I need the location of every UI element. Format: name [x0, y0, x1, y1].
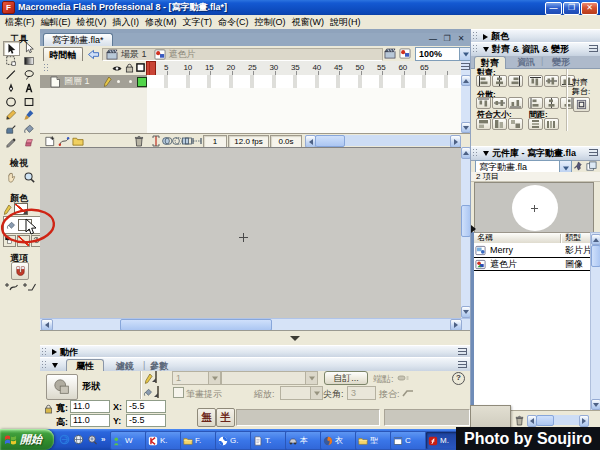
line-tool[interactable] [3, 68, 20, 81]
document-restore-button[interactable]: ❐ [441, 34, 453, 44]
taskbar-task-F[interactable]: F. [180, 431, 217, 450]
library-hscroll-thumb[interactable] [536, 415, 554, 426]
stroke-hinting-checkbox[interactable] [173, 387, 184, 398]
taskbar-task-[interactable]: 衣 [320, 431, 357, 450]
pen-tool[interactable] [3, 82, 20, 95]
distribute-left-button[interactable] [528, 97, 543, 109]
minimize-button[interactable]: — [545, 2, 562, 15]
align-top-button[interactable] [528, 75, 543, 87]
fill-color-control[interactable] [3, 216, 41, 234]
taskbar-task-W[interactable]: W [110, 431, 147, 450]
playhead[interactable] [146, 61, 156, 76]
stroke-style-combo[interactable] [221, 371, 318, 385]
timeline-vertical-scrollbar[interactable] [461, 61, 470, 133]
camera-icon[interactable] [87, 434, 98, 445]
document-close-button[interactable]: ✕ [455, 34, 467, 44]
hand-tool[interactable] [3, 170, 20, 185]
timeline-ruler[interactable]: 5101520253035404550556065 [147, 61, 461, 76]
oval-tool[interactable] [3, 95, 20, 108]
menu-檢視V[interactable]: 檢視(V) [74, 15, 110, 30]
timeline-hscroll-thumb[interactable] [315, 135, 345, 147]
taskbar-task-T[interactable]: T. [250, 431, 287, 450]
no-color-button[interactable] [17, 235, 30, 247]
x-input[interactable]: -5.5 [126, 400, 166, 413]
color-panel-expand-icon[interactable] [483, 34, 488, 40]
ime-toolbar-box[interactable] [470, 405, 511, 429]
library-panel-header[interactable]: 元件庫 - 寫字動畫.fla [471, 146, 600, 161]
timeline-horizontal-scrollbar[interactable] [305, 135, 461, 146]
maximize-button[interactable]: ❐ [563, 2, 580, 15]
library-scroll-down-button[interactable] [591, 399, 600, 410]
internet-explorer-icon[interactable] [59, 434, 70, 445]
lasso-tool[interactable] [21, 68, 38, 81]
collapse-arrow-icon[interactable] [290, 336, 300, 341]
taskbar-task-K[interactable]: K. [145, 431, 182, 450]
actions-options-icon[interactable] [458, 348, 467, 355]
library-item-Merry[interactable]: Merry影片片段 [472, 243, 591, 257]
align-right-button[interactable] [508, 75, 523, 87]
custom-stroke-button[interactable]: 自訂... [324, 371, 368, 385]
props-fill-color-swatch[interactable] [157, 386, 159, 398]
actions-expand-icon[interactable] [52, 349, 57, 355]
cap-style-icon[interactable] [397, 374, 409, 382]
library-scroll-up-button[interactable] [591, 234, 600, 245]
edited-symbol-name[interactable]: 遮色片 [169, 48, 196, 61]
paint-bucket-tool[interactable] [21, 123, 38, 136]
layer-row[interactable]: 圖層 1 [40, 75, 147, 89]
ime-mode-button[interactable]: 無 [197, 408, 216, 427]
layer-visibility-dot[interactable] [117, 80, 120, 83]
library-vscroll-thumb[interactable] [591, 245, 600, 267]
type-column-header[interactable]: 類型 [565, 233, 581, 243]
align-panel-options-icon[interactable] [589, 45, 598, 52]
menu-修改M[interactable]: 修改(M) [142, 15, 180, 30]
delete-layer-icon[interactable] [133, 135, 145, 147]
back-arrow-icon[interactable] [87, 49, 100, 60]
match-width-height-button[interactable] [508, 118, 523, 130]
library-collapse-icon[interactable] [483, 151, 489, 156]
text-tool[interactable] [21, 82, 38, 95]
align-horizontal-center-button[interactable] [492, 75, 507, 87]
brush-tool[interactable] [21, 109, 38, 122]
ink-bottle-tool[interactable] [3, 123, 20, 136]
library-vertical-scrollbar[interactable] [590, 232, 600, 412]
edit-symbol-icon[interactable] [399, 48, 411, 59]
document-minimize-button[interactable]: — [427, 34, 439, 44]
taskbar-task-[interactable]: 本 [285, 431, 322, 450]
quick-launch-overflow-chevron[interactable]: » [101, 435, 105, 444]
distribute-vertical-center-button[interactable] [492, 97, 507, 109]
timeline-options-icon[interactable] [461, 63, 470, 70]
smooth-option[interactable] [3, 279, 20, 294]
props-stroke-color-swatch[interactable] [155, 371, 157, 383]
taskbar-task-G[interactable]: G. [215, 431, 252, 450]
help-icon[interactable]: ? [452, 372, 465, 385]
name-column-header[interactable]: 名稱 [472, 233, 493, 242]
rectangle-tool[interactable] [21, 95, 38, 108]
document-tab[interactable]: 寫字動畫.fla* [43, 33, 113, 46]
stroke-height-combo[interactable]: 1 [172, 371, 221, 385]
close-button[interactable]: ✕ [581, 2, 598, 15]
timeline-panel-tab[interactable]: 時間軸 [43, 47, 83, 62]
layer-outline-color-swatch[interactable] [137, 77, 147, 87]
width-input[interactable]: 11.0 [70, 400, 110, 413]
menu-編輯E[interactable]: 編輯(E) [38, 15, 74, 30]
match-width-button[interactable] [476, 118, 491, 130]
taskbar-task-C[interactable]: C [390, 431, 427, 450]
align-vertical-center-button[interactable] [544, 75, 559, 87]
to-stage-button[interactable] [573, 97, 590, 112]
library-item-遮色片[interactable]: 遮色片圖像 [472, 257, 591, 271]
start-button[interactable]: 開始 [0, 429, 54, 450]
subselection-tool[interactable] [21, 41, 38, 54]
y-input[interactable]: -5.5 [126, 414, 166, 427]
tab-info[interactable]: 資訊 [511, 56, 541, 68]
library-scroll-right-button[interactable] [579, 415, 589, 427]
menu-控制O[interactable]: 控制(O) [252, 15, 289, 30]
properties-options-icon[interactable] [458, 361, 467, 368]
properties-collapse-icon[interactable] [52, 363, 58, 368]
modify-onion-markers-icon[interactable] [191, 135, 203, 147]
menu-插入I[interactable]: 插入(I) [110, 15, 143, 30]
menu-文字T[interactable]: 文字(T) [180, 15, 216, 30]
add-motion-guide-icon[interactable] [58, 135, 70, 147]
join-style-icon[interactable] [402, 389, 414, 397]
menu-檔案F[interactable]: 檔案(F) [2, 15, 38, 30]
layer-lock-dot[interactable] [129, 80, 132, 83]
